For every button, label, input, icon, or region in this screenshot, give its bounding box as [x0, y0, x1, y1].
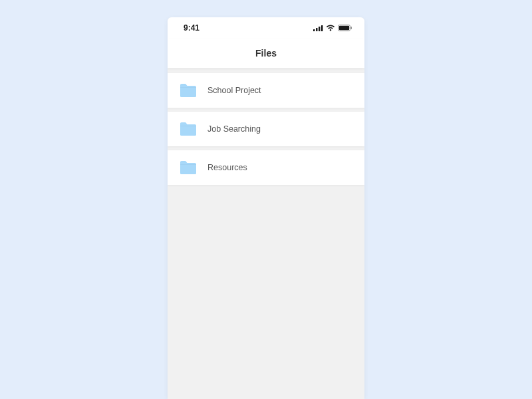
folder-label: Resources — [207, 163, 247, 172]
folder-list: School Project Job Searching Resourc — [168, 68, 364, 399]
svg-rect-7 — [180, 87, 196, 88]
folder-item[interactable]: School Project — [168, 73, 364, 108]
svg-rect-3 — [321, 25, 323, 31]
status-bar: 9:41 — [168, 17, 364, 39]
svg-rect-0 — [313, 29, 315, 31]
status-indicators — [313, 25, 352, 31]
svg-rect-9 — [180, 164, 196, 165]
svg-rect-5 — [339, 26, 349, 30]
wifi-icon — [326, 25, 335, 31]
app-header: Files — [168, 39, 364, 68]
status-time: 9:41 — [184, 23, 200, 33]
svg-rect-2 — [319, 27, 321, 31]
folder-item[interactable]: Resources — [168, 150, 364, 185]
folder-item[interactable]: Job Searching — [168, 112, 364, 146]
svg-rect-6 — [351, 27, 352, 29]
folder-label: School Project — [207, 86, 261, 95]
page-title: Files — [255, 48, 277, 59]
cellular-icon — [313, 25, 323, 31]
folder-icon — [180, 122, 197, 136]
svg-rect-8 — [180, 126, 196, 126]
folder-label: Job Searching — [207, 124, 261, 134]
phone-frame: 9:41 — [168, 17, 364, 399]
folder-icon — [180, 160, 197, 175]
folder-icon — [180, 83, 197, 98]
battery-icon — [338, 25, 352, 31]
svg-rect-1 — [316, 28, 318, 31]
